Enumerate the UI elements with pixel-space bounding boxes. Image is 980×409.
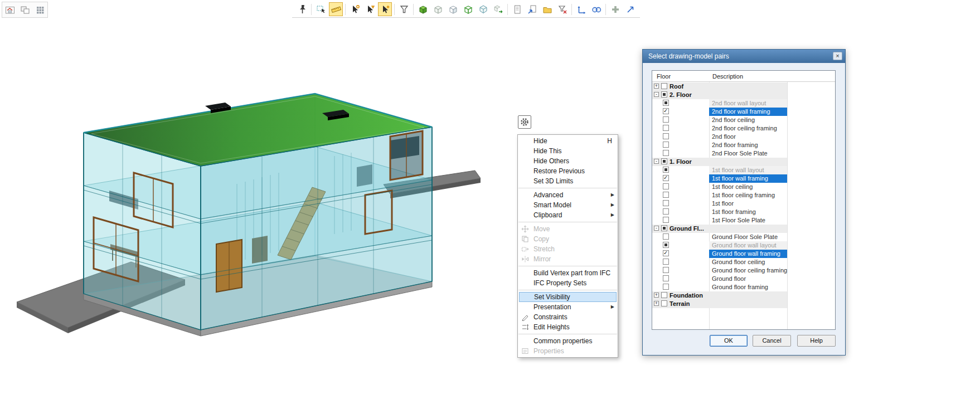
menu-item-common-properties[interactable]: Common properties: [518, 336, 618, 346]
checkbox[interactable]: [663, 242, 669, 248]
tree-row[interactable]: 1st floor ceiling: [652, 183, 835, 191]
snap-free-button[interactable]: [348, 2, 362, 16]
tree-row[interactable]: 1st floor framing: [652, 208, 835, 216]
tree-row[interactable]: ✓1st floor wall framing: [652, 174, 835, 183]
tree-row[interactable]: 2nd floor framing: [652, 141, 835, 149]
checkbox[interactable]: [663, 208, 669, 215]
menu-item-presentation[interactable]: Presentation▶: [518, 302, 618, 312]
tree-row[interactable]: 2nd floor: [652, 133, 835, 141]
menu-item-edit-heights[interactable]: Edit Heights: [518, 322, 618, 332]
checkbox[interactable]: [663, 200, 669, 206]
expander-icon[interactable]: -: [654, 92, 659, 97]
checkbox[interactable]: [661, 225, 667, 231]
menu-item-smart-model[interactable]: Smart Model▶: [518, 200, 618, 210]
face-model-button[interactable]: [446, 2, 460, 16]
apps-grid-button[interactable]: [33, 3, 47, 17]
checkbox[interactable]: [663, 116, 669, 123]
menu-item-restore-previous[interactable]: Restore Previous: [518, 166, 618, 176]
pin-button[interactable]: [295, 2, 309, 16]
tree-row[interactable]: 1st Floor Sole Plate: [652, 216, 835, 225]
ok-button[interactable]: OK: [710, 335, 748, 347]
checkbox[interactable]: [663, 267, 669, 273]
tree-row[interactable]: 2nd floor ceiling: [652, 116, 835, 124]
menu-item-set-3d-limits[interactable]: Set 3D Limits: [518, 176, 618, 186]
tile-windows-button[interactable]: [18, 3, 32, 17]
menu-item-hide[interactable]: HideH: [518, 136, 618, 146]
tree-row[interactable]: 1st floor wall layout: [652, 166, 835, 174]
checkbox[interactable]: [663, 142, 669, 148]
close-icon[interactable]: ×: [833, 52, 842, 60]
solid-model-button[interactable]: [416, 2, 430, 16]
checkbox[interactable]: ✓: [663, 108, 669, 114]
checkbox[interactable]: [663, 259, 669, 265]
coordinate-axes-button[interactable]: [574, 2, 588, 16]
checkbox[interactable]: [661, 300, 667, 306]
checkbox[interactable]: [661, 83, 667, 89]
tree-row-terrain[interactable]: +Terrain: [652, 300, 835, 308]
menu-item-ifc-property-sets[interactable]: IFC Property Sets: [518, 278, 618, 288]
checkbox[interactable]: [663, 192, 669, 198]
expander-icon[interactable]: +: [654, 84, 659, 89]
checkbox[interactable]: ✓: [663, 175, 669, 181]
prism-model-button[interactable]: [476, 2, 490, 16]
model-3d-viewport[interactable]: [0, 0, 502, 368]
part-list-button[interactable]: [510, 2, 524, 16]
export-model-button[interactable]: [491, 2, 505, 16]
tree-row[interactable]: 2nd Floor Sole Plate: [652, 149, 835, 158]
expander-icon[interactable]: -: [654, 226, 659, 231]
new-drawing-button[interactable]: [3, 3, 17, 17]
menu-item-set-visibility[interactable]: Set Visibility: [519, 292, 617, 302]
tree-row-ground-floor[interactable]: -Ground Fl...: [652, 225, 835, 233]
checkbox[interactable]: [661, 292, 667, 298]
tree-row[interactable]: Ground floor: [652, 275, 835, 283]
checkbox[interactable]: [663, 233, 669, 240]
tree-row[interactable]: 1st floor: [652, 199, 835, 208]
cancel-button[interactable]: Cancel: [753, 335, 791, 347]
checkbox[interactable]: [663, 217, 669, 223]
checkbox[interactable]: [661, 158, 667, 164]
checkbox[interactable]: [663, 275, 669, 281]
measure-button[interactable]: [329, 2, 343, 16]
snap-add-button[interactable]: [378, 2, 392, 16]
help-button[interactable]: Help: [797, 335, 836, 347]
tree-row[interactable]: Ground Floor Sole Plate: [652, 233, 835, 241]
checkbox[interactable]: [661, 91, 667, 98]
export-link-button[interactable]: [623, 2, 637, 16]
tree-row-foundation[interactable]: +Foundation: [652, 291, 835, 300]
import-ifc-part-button[interactable]: [525, 2, 539, 16]
tree-row-roof[interactable]: +Roof: [652, 82, 835, 91]
tree-row[interactable]: 2nd floor ceiling framing: [652, 124, 835, 133]
menu-item-hide-others[interactable]: Hide Others: [518, 156, 618, 166]
context-gear-button[interactable]: [518, 115, 531, 129]
snap-midpoint-button[interactable]: [363, 2, 377, 16]
tree-row[interactable]: 2nd floor wall layout: [652, 99, 835, 108]
expander-icon[interactable]: +: [654, 301, 659, 306]
compare-button[interactable]: [589, 2, 603, 16]
filter-button[interactable]: [397, 2, 411, 16]
add-object-button[interactable]: [608, 2, 622, 16]
tree-row[interactable]: Ground floor wall layout: [652, 241, 835, 250]
menu-item-hide-this[interactable]: Hide This: [518, 146, 618, 156]
tree-row[interactable]: 1st floor ceiling framing: [652, 191, 835, 199]
clear-filter-button[interactable]: [555, 2, 569, 16]
checkbox[interactable]: [663, 183, 669, 189]
select-area-button[interactable]: [314, 2, 328, 16]
menu-item-advanced[interactable]: Advanced▶: [518, 190, 618, 200]
tree-row[interactable]: Ground floor framing: [652, 283, 835, 291]
menu-item-build-vertex-part-from-ifc[interactable]: Build Vertex part from IFC: [518, 268, 618, 278]
checkbox[interactable]: [663, 100, 669, 106]
checkbox[interactable]: [663, 150, 669, 156]
checkbox[interactable]: [663, 284, 669, 290]
tree-row[interactable]: ✓Ground floor wall framing: [652, 250, 835, 258]
tree-row-2nd-floor[interactable]: -2. Floor: [652, 91, 835, 99]
tree-row[interactable]: Ground floor ceiling: [652, 258, 835, 266]
expander-icon[interactable]: -: [654, 159, 659, 164]
checkbox[interactable]: [663, 125, 669, 131]
tree-row[interactable]: Ground floor ceiling framing: [652, 266, 835, 275]
checkbox[interactable]: ✓: [663, 250, 669, 256]
checkbox[interactable]: [663, 167, 669, 173]
reference-model-button[interactable]: [461, 2, 475, 16]
tree-row[interactable]: ✓2nd floor wall framing: [652, 108, 835, 116]
folder-button[interactable]: [540, 2, 554, 16]
menu-item-constraints[interactable]: Constraints: [518, 312, 618, 322]
